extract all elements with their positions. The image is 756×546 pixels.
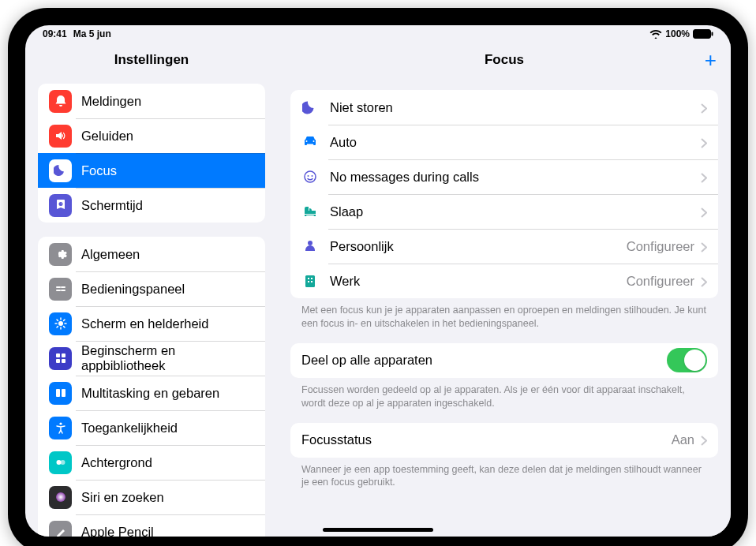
focus-mode-label: Werk	[330, 274, 627, 289]
chevron-right-icon	[701, 207, 707, 217]
chevron-right-icon	[701, 137, 707, 148]
sidebar-item-meldingen[interactable]: Meldingen	[38, 84, 265, 118]
sidebar-item-label: Siri en zoeken	[81, 490, 254, 505]
svg-rect-1	[712, 32, 713, 36]
focus-mode-label: Auto	[330, 135, 701, 150]
beginscherm-icon	[49, 347, 72, 370]
sidebar-item-focus[interactable]: Focus	[38, 153, 265, 188]
focus-mode-auto[interactable]: Auto	[290, 125, 718, 159]
sidebar-item-label: Multitasking en gebaren	[81, 386, 254, 401]
svg-rect-8	[62, 389, 65, 397]
sidebar-item-bedieningspaneel[interactable]: Bedieningspaneel	[38, 271, 265, 306]
sidebar-item-scherm-helderheid[interactable]: Scherm en helderheid	[38, 306, 265, 341]
focus-modes-footer: Met een focus kun je je apparaten aanpas…	[290, 298, 718, 331]
svg-rect-22	[311, 281, 313, 282]
focus-mode-no-messages[interactable]: No messages during calls	[290, 159, 718, 194]
focus-mode-label: Persoonlijk	[330, 239, 627, 254]
sidebar-group-1: MeldingenGeluidenFocusSchermtijd	[38, 84, 265, 223]
sidebar-header: Instellingen	[25, 43, 278, 77]
no-messages-icon	[301, 168, 319, 185]
svg-point-2	[58, 321, 63, 326]
sidebar-item-geluiden[interactable]: Geluiden	[38, 118, 265, 153]
schermtijd-icon	[49, 194, 72, 217]
sidebar-item-label: Scherm en helderheid	[81, 316, 254, 331]
toegankelijkheid-icon	[49, 417, 72, 439]
focus-mode-label: Slaap	[330, 204, 701, 219]
sidebar-item-toegankelijkheid[interactable]: Toegankelijkheid	[38, 410, 265, 445]
meldingen-icon	[49, 90, 72, 113]
screen: 09:41 Ma 5 jun 100% Instellingen	[25, 25, 731, 537]
auto-icon	[301, 133, 319, 151]
scherm-helderheid-icon	[49, 312, 72, 335]
switch-knob	[684, 350, 705, 371]
apple-pencil-icon	[49, 521, 72, 537]
werk-icon	[301, 272, 319, 290]
svg-rect-5	[56, 359, 60, 363]
slaap-icon	[301, 203, 319, 220]
share-group: Deel op alle apparaten	[290, 343, 718, 378]
sidebar-item-algemeen[interactable]: Algemeen	[38, 237, 265, 271]
sidebar-item-schermtijd[interactable]: Schermtijd	[38, 188, 265, 223]
focus-mode-persoonlijk[interactable]: PersoonlijkConfigureer	[290, 229, 718, 264]
sidebar-item-achtergrond[interactable]: Achtergrond	[38, 445, 265, 480]
bedieningspaneel-icon	[49, 278, 72, 301]
focus-mode-niet-storen[interactable]: Niet storen	[290, 90, 718, 125]
svg-point-11	[60, 460, 65, 465]
settings-sidebar: Instellingen MeldingenGeluidenFocusScher…	[25, 43, 278, 537]
svg-rect-18	[305, 275, 315, 287]
geluiden-icon	[49, 125, 72, 148]
sidebar-scroll[interactable]: MeldingenGeluidenFocusSchermtijd Algemee…	[25, 77, 278, 537]
sidebar-item-siri[interactable]: Siri en zoeken	[38, 480, 265, 514]
home-indicator[interactable]	[323, 528, 433, 532]
persoonlijk-icon	[301, 237, 319, 255]
focus-mode-werk[interactable]: WerkConfigureer	[290, 264, 718, 298]
device-frame: 09:41 Ma 5 jun 100% Instellingen	[8, 8, 748, 546]
algemeen-icon	[49, 243, 72, 266]
sidebar-item-apple-pencil[interactable]: Apple Pencil	[38, 514, 265, 537]
sidebar-item-label: Meldingen	[81, 94, 254, 109]
focus-status-row[interactable]: Focusstatus Aan	[290, 423, 718, 458]
sidebar-item-label: Schermtijd	[81, 198, 254, 213]
sidebar-item-multitasking[interactable]: Multitasking en gebaren	[38, 376, 265, 410]
achtergrond-icon	[49, 451, 72, 474]
sidebar-item-label: Toegankelijkheid	[81, 421, 254, 436]
share-switch[interactable]	[667, 348, 707, 372]
add-focus-button[interactable]: +	[705, 50, 717, 70]
wifi-icon	[649, 29, 662, 39]
sidebar-item-beginscherm[interactable]: Beginscherm en appbibliotheek	[38, 341, 265, 376]
status-time: 09:41	[43, 28, 67, 39]
svg-rect-7	[56, 389, 60, 397]
focus-mode-value: Configureer	[627, 239, 694, 254]
sidebar-item-label: Achtergrond	[81, 455, 254, 470]
focus-status-group: Focusstatus Aan	[290, 423, 718, 458]
focus-mode-slaap[interactable]: Slaap	[290, 194, 718, 229]
share-label: Deel op alle apparaten	[301, 353, 667, 368]
svg-rect-21	[308, 281, 309, 282]
svg-rect-3	[56, 353, 60, 357]
svg-point-16	[308, 175, 309, 177]
sidebar-item-label: Apple Pencil	[81, 525, 254, 537]
svg-point-15	[305, 171, 316, 182]
sidebar-item-label: Geluiden	[81, 129, 254, 144]
svg-rect-0	[694, 30, 711, 39]
focus-mode-value: Configureer	[627, 274, 694, 289]
chevron-right-icon	[701, 241, 707, 252]
status-date: Ma 5 jun	[73, 28, 111, 39]
svg-rect-19	[308, 278, 309, 279]
svg-rect-20	[311, 278, 313, 279]
detail-header: Focus +	[278, 43, 731, 77]
sidebar-item-label: Focus	[81, 163, 254, 178]
svg-rect-4	[62, 353, 65, 357]
detail-title: Focus	[485, 52, 524, 68]
sidebar-item-label: Algemeen	[81, 247, 254, 262]
share-on-all-devices-row[interactable]: Deel op alle apparaten	[290, 343, 718, 378]
chevron-right-icon	[701, 103, 707, 113]
niet-storen-icon	[301, 99, 319, 116]
split-view: Instellingen MeldingenGeluidenFocusScher…	[25, 43, 731, 537]
sidebar-title: Instellingen	[114, 52, 189, 68]
detail-scroll[interactable]: Niet storenAutoNo messages during callsS…	[278, 77, 731, 537]
focus-icon	[49, 159, 72, 182]
svg-point-9	[59, 422, 62, 424]
share-footer: Focussen worden gedeeld op al je apparat…	[290, 378, 718, 410]
svg-point-12	[56, 492, 65, 502]
